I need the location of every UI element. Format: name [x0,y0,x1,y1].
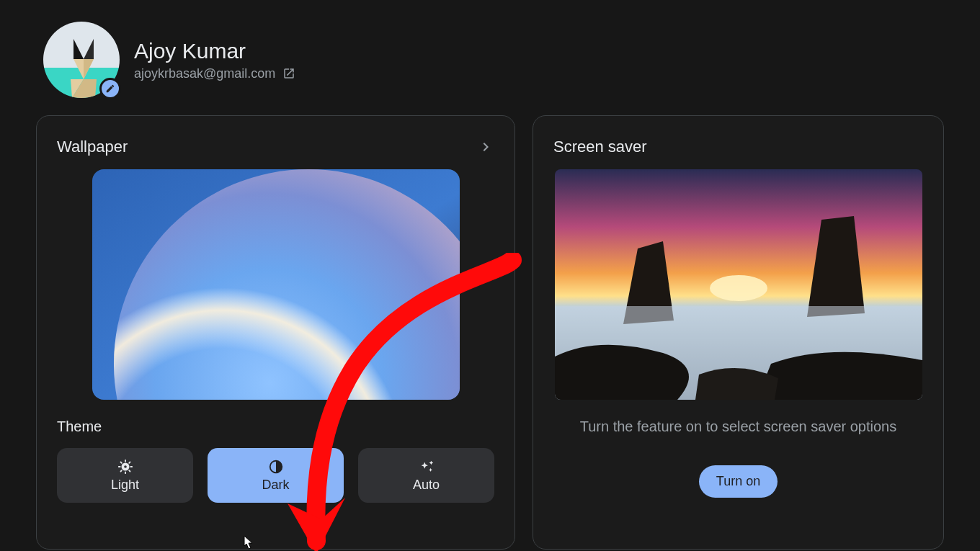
svg-marker-3 [84,59,94,79]
wallpaper-title: Wallpaper [57,138,128,156]
svg-marker-1 [84,39,94,59]
sparkle-icon [419,459,435,475]
profile-email: ajoykrbasak@gmail.com [134,66,275,81]
edit-avatar-button[interactable] [99,78,121,99]
screensaver-turn-on-button[interactable]: Turn on [699,465,778,498]
theme-options: Light Dark Auto [57,448,494,503]
avatar-container [43,22,120,98]
screensaver-image [555,169,922,400]
theme-label: Theme [57,418,494,435]
theme-light-label: Light [111,478,139,493]
wallpaper-preview[interactable] [92,169,460,400]
profile-name: Ajoy Kumar [134,39,295,63]
screensaver-title: Screen saver [553,138,647,156]
theme-dark-label: Dark [262,478,289,493]
sun-icon [117,459,133,475]
profile-email-row[interactable]: ajoykrbasak@gmail.com [134,66,295,81]
wallpaper-header[interactable]: Wallpaper [57,138,494,156]
screensaver-hint: Turn the feature on to select screen sav… [553,418,923,435]
cursor-icon [239,534,254,551]
profile-text: Ajoy Kumar ajoykrbasak@gmail.com [134,39,295,81]
chevron-right-icon [477,138,494,156]
open-external-icon [282,67,295,80]
svg-point-12 [710,275,767,301]
wallpaper-image [92,169,460,400]
screensaver-header: Screen saver [553,138,923,156]
wallpaper-card: Wallpaper [36,115,515,550]
screensaver-preview[interactable] [555,169,922,400]
contrast-icon [268,459,284,475]
svg-marker-0 [74,39,84,59]
theme-auto-button[interactable]: Auto [358,448,494,503]
profile-header: Ajoy Kumar ajoykrbasak@gmail.com [0,0,980,98]
theme-auto-label: Auto [413,478,440,493]
svg-marker-10 [288,498,345,551]
cards-row: Wallpaper [0,98,980,550]
screensaver-card: Screen saver [533,115,944,550]
pencil-icon [105,84,115,94]
theme-light-button[interactable]: Light [57,448,193,503]
theme-dark-button[interactable]: Dark [208,448,344,503]
